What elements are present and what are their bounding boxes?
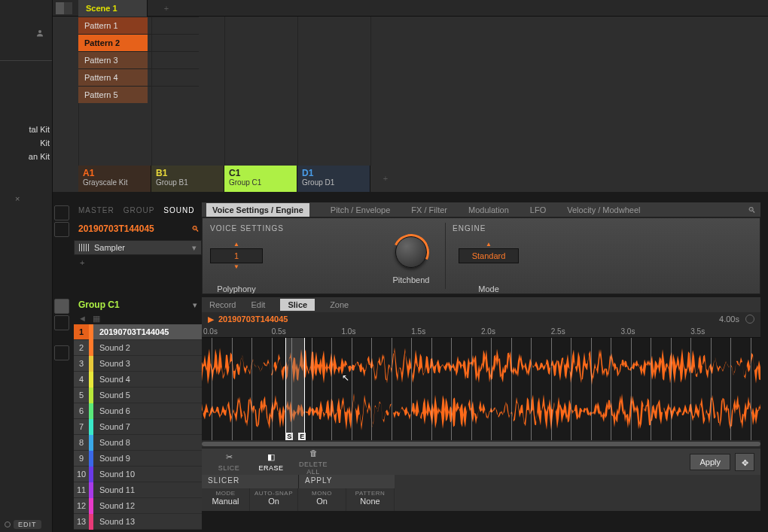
slice-marker[interactable]	[291, 338, 292, 440]
sound-row[interactable]: 6Sound 6	[74, 403, 202, 419]
kit-item[interactable]: Kit	[0, 136, 53, 150]
engine-mode-control[interactable]: ▲ Standard ▼ Mode	[459, 241, 519, 293]
arrow-up-icon[interactable]: ▲	[210, 241, 263, 248]
waveform-view-icon[interactable]	[54, 345, 69, 360]
pad-view-icon[interactable]	[54, 315, 69, 330]
search-icon[interactable]: 🔍︎	[748, 205, 756, 214]
group-header[interactable]: A1 Grayscale Kit	[78, 166, 151, 192]
slice-marker[interactable]	[730, 338, 731, 440]
play-icon[interactable]: ▶	[208, 315, 214, 324]
editor-tab-record[interactable]: Record	[209, 300, 236, 309]
sound-row[interactable]: 2Sound 2	[74, 340, 202, 356]
view-icon[interactable]	[54, 222, 69, 237]
slice-marker[interactable]	[251, 338, 252, 440]
slice-tool-button[interactable]: ✂ SLICE	[208, 452, 250, 472]
slice-marker[interactable]	[531, 338, 532, 440]
engine-mode-value[interactable]: Standard	[459, 248, 519, 263]
add-plugin-button[interactable]: +	[74, 258, 202, 267]
sound-row[interactable]: 8Sound 8	[74, 435, 202, 451]
waveform-scrollbar[interactable]	[202, 440, 760, 448]
param-tab[interactable]: Modulation	[468, 205, 509, 214]
kit-item[interactable]: an Kit	[0, 150, 53, 163]
sound-row[interactable]: 4Sound 4	[74, 372, 202, 388]
loop-icon[interactable]	[745, 315, 754, 324]
slice-marker[interactable]	[352, 338, 352, 440]
slice-end-marker[interactable]: E	[298, 433, 306, 440]
slice-marker[interactable]	[711, 338, 712, 440]
slice-marker[interactable]	[392, 338, 392, 440]
mute-icon[interactable]: ◄	[78, 314, 87, 323]
drag-handle-icon[interactable]: ✥	[735, 453, 754, 471]
param-tab[interactable]: FX / Filter	[411, 205, 447, 214]
param-tab[interactable]: LFO	[530, 205, 546, 214]
sound-row[interactable]: 13Sound 13	[74, 514, 202, 530]
slice-marker[interactable]	[371, 338, 372, 440]
scope-tab-sound[interactable]: SOUND	[163, 206, 194, 214]
close-icon[interactable]: ×	[15, 194, 20, 203]
slice-marker[interactable]	[232, 338, 233, 440]
arranger-view-toggle[interactable]	[56, 2, 72, 14]
view-icon[interactable]	[54, 205, 69, 220]
pattern-clip[interactable]: Pattern 3	[78, 52, 148, 68]
sound-row[interactable]: 7Sound 7	[74, 419, 202, 435]
chevron-down-icon[interactable]: ▾	[192, 243, 197, 253]
group-name-header[interactable]: Group C1	[78, 299, 193, 310]
slice-marker[interactable]	[471, 338, 472, 440]
group-header[interactable]: C1 Group C1	[224, 166, 297, 192]
sound-row[interactable]: 9Sound 9	[74, 451, 202, 467]
grid-icon[interactable]: ▦	[93, 314, 100, 324]
pitchbend-control[interactable]: Pitchbend	[385, 236, 437, 284]
edit-mode-indicator[interactable]: EDIT	[5, 520, 41, 529]
group-header[interactable]: B1 Group B1	[151, 166, 224, 192]
chevron-down-icon[interactable]: ▾	[193, 300, 197, 310]
slice-marker[interactable]	[651, 338, 651, 440]
pattern-clip[interactable]: Pattern 2	[78, 35, 148, 51]
scrollbar-thumb[interactable]	[202, 442, 760, 446]
list-view-icon[interactable]	[54, 299, 69, 314]
scene-tab[interactable]: Scene 1	[78, 0, 148, 17]
editor-tab-zone[interactable]: Zone	[330, 300, 349, 309]
pattern-clip[interactable]: Pattern 4	[78, 69, 148, 86]
sound-row[interactable]: 5Sound 5	[74, 388, 202, 403]
scope-tab-group[interactable]: GROUP	[123, 206, 155, 214]
sound-row[interactable]: 11Sound 11	[74, 482, 202, 498]
slice-marker[interactable]	[751, 338, 751, 440]
slicer-mode-param[interactable]: MODE Manual	[202, 488, 250, 511]
erase-tool-button[interactable]: ◧ ERASE	[250, 452, 292, 472]
arrow-up-icon[interactable]: ▲	[459, 241, 519, 248]
knob[interactable]	[395, 236, 427, 268]
add-group-button[interactable]: +	[370, 166, 401, 192]
sound-row[interactable]: 10Sound 10	[74, 467, 202, 482]
slice-selection[interactable]	[285, 338, 305, 440]
param-tab[interactable]: Velocity / Modwheel	[567, 205, 640, 214]
editor-tab-edit[interactable]: Edit	[251, 300, 265, 309]
time-ruler[interactable]: 0.0s 0.5s 1.0s 1.5s 2.0s 2.5s 3.0s 3.5s	[202, 326, 760, 338]
slice-marker[interactable]	[571, 338, 571, 440]
slice-marker[interactable]	[312, 338, 312, 440]
scope-tab-master[interactable]: MASTER	[78, 206, 114, 214]
mono-param[interactable]: MONO On	[298, 488, 346, 511]
slice-marker[interactable]	[331, 338, 332, 440]
slice-marker[interactable]	[511, 338, 512, 440]
slice-marker[interactable]	[690, 338, 691, 440]
plugin-slot[interactable]: Sampler ▾	[74, 240, 202, 255]
slice-marker[interactable]	[631, 338, 632, 440]
pattern-clip[interactable]: Pattern 5	[78, 87, 148, 103]
group-header[interactable]: D1 Group D1	[297, 166, 370, 192]
slice-marker[interactable]	[431, 338, 432, 440]
add-scene-button[interactable]: +	[158, 0, 175, 17]
param-tab[interactable]: Voice Settings / Engine	[206, 203, 309, 217]
sound-row[interactable]: 3Sound 3	[74, 356, 202, 372]
slice-marker[interactable]	[451, 338, 452, 440]
editor-tab-slice[interactable]: Slice	[280, 299, 315, 311]
slice-marker[interactable]	[212, 338, 212, 440]
param-tab[interactable]: Pitch / Envelope	[331, 205, 391, 214]
arrow-down-icon[interactable]: ▼	[210, 263, 263, 271]
waveform-display[interactable]: S E ↖	[202, 338, 760, 440]
slice-marker[interactable]	[272, 338, 273, 440]
slice-marker[interactable]	[611, 338, 611, 440]
slice-marker[interactable]	[491, 338, 492, 440]
delete-all-button[interactable]: 🗑︎ DELETE ALL	[292, 448, 334, 476]
pattern-param[interactable]: PATTERN None	[346, 488, 395, 511]
search-icon[interactable]: 🔍︎	[188, 224, 202, 233]
